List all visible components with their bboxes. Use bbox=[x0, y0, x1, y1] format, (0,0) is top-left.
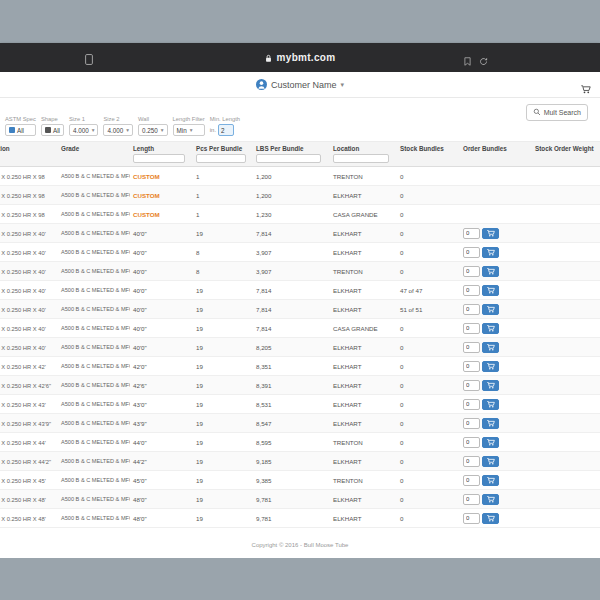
grade-cell: A500 B & C MELTED & MFG USA bbox=[58, 439, 130, 445]
address-bar[interactable]: mybmt.com bbox=[265, 49, 336, 67]
pcs-column-filter-input[interactable] bbox=[196, 154, 246, 163]
avatar-icon bbox=[256, 76, 267, 94]
order-qty-input[interactable] bbox=[463, 304, 480, 315]
order-qty-input[interactable] bbox=[463, 228, 480, 239]
length-cell: 44'2" bbox=[130, 458, 193, 465]
pcs-per-bundle-cell: 19 bbox=[193, 477, 253, 484]
order-bundles-cell bbox=[460, 304, 532, 315]
order-qty-input[interactable] bbox=[463, 399, 480, 410]
astm-spec-button[interactable]: All bbox=[5, 124, 36, 136]
order-qty-input[interactable] bbox=[463, 266, 480, 277]
add-to-cart-button[interactable] bbox=[482, 323, 499, 334]
order-bundles-cell bbox=[460, 285, 532, 296]
order-qty-input[interactable] bbox=[463, 285, 480, 296]
order-qty-input[interactable] bbox=[463, 456, 480, 467]
location-column-filter-input[interactable] bbox=[333, 154, 389, 163]
order-bundles-cell bbox=[460, 228, 532, 239]
lbs-per-bundle-cell: 9,385 bbox=[253, 477, 330, 484]
add-to-cart-button[interactable] bbox=[482, 342, 499, 353]
length-filter-select[interactable]: Min▾ bbox=[173, 124, 205, 136]
stock-bundles-cell: 0 bbox=[397, 268, 460, 275]
add-to-cart-button[interactable] bbox=[482, 228, 499, 239]
mult-search-button[interactable]: Mult Search bbox=[526, 104, 588, 121]
lbs-per-bundle-cell: 3,907 bbox=[253, 249, 330, 256]
add-to-cart-button[interactable] bbox=[482, 399, 499, 410]
length-cell: 48'0" bbox=[130, 496, 193, 503]
description-cell: HSS 4.000 X 4.000 X 0.250 HR X 48' bbox=[0, 496, 58, 503]
add-to-cart-button[interactable] bbox=[482, 437, 499, 448]
wall-select[interactable]: 0.250▾ bbox=[138, 124, 168, 136]
order-bundles-cell bbox=[460, 266, 532, 277]
col-order-bundles: Order Bundles bbox=[460, 142, 532, 166]
tablet-icon[interactable] bbox=[85, 51, 93, 69]
add-to-cart-button[interactable] bbox=[482, 380, 499, 391]
description-cell: HSS 4.000 X 4.000 X 0.250 HR X 40' bbox=[0, 287, 58, 294]
add-to-cart-button[interactable] bbox=[482, 418, 499, 429]
order-qty-input[interactable] bbox=[463, 437, 480, 448]
stock-bundles-cell: 0 bbox=[397, 344, 460, 351]
add-to-cart-button[interactable] bbox=[482, 247, 499, 258]
add-to-cart-button[interactable] bbox=[482, 266, 499, 277]
length-cell: 48'0" bbox=[130, 515, 193, 522]
cart-icon[interactable] bbox=[581, 80, 591, 98]
stock-bundles-cell: 47 of 47 bbox=[397, 287, 460, 294]
add-to-cart-button[interactable] bbox=[482, 285, 499, 296]
order-qty-input[interactable] bbox=[463, 380, 480, 391]
copyright-text: Copyright © 2016 - Bull Moose Tube bbox=[0, 542, 600, 548]
table-row: HSS 4.000 X 4.000 X 0.250 HR X 98 A500 B… bbox=[0, 186, 600, 205]
order-qty-input[interactable] bbox=[463, 342, 480, 353]
order-qty-input[interactable] bbox=[463, 475, 480, 486]
description-cell: HSS 4.000 X 4.000 X 0.250 HR X 42' bbox=[0, 363, 58, 370]
length-cell: 42'6" bbox=[130, 382, 193, 389]
grade-cell: A500 B & C MELTED & MFG USA bbox=[58, 268, 130, 274]
order-qty-input[interactable] bbox=[463, 513, 480, 524]
table-row: HSS 4.000 X 4.000 X 0.250 HR X 42'6" A50… bbox=[0, 376, 600, 395]
stock-bundles-cell: 0 bbox=[397, 515, 460, 522]
pcs-per-bundle-cell: 8 bbox=[193, 268, 253, 275]
table-row: HSS 4.000 X 4.000 X 0.250 HR X 40' A500 … bbox=[0, 262, 600, 281]
length-column-filter-input[interactable] bbox=[133, 154, 185, 163]
order-qty-input[interactable] bbox=[463, 494, 480, 505]
lbs-per-bundle-cell: 8,547 bbox=[253, 420, 330, 427]
description-cell: HSS 4.000 X 4.000 X 0.250 HR X 40' bbox=[0, 268, 58, 275]
size2-select[interactable]: 4.000▾ bbox=[103, 124, 133, 136]
description-cell: HSS 4.000 X 4.000 X 0.250 HR X 40' bbox=[0, 306, 58, 313]
add-to-cart-button[interactable] bbox=[482, 361, 499, 372]
stock-bundles-cell: 0 bbox=[397, 173, 460, 180]
spec-icon bbox=[9, 127, 15, 133]
stock-bundles-cell: 0 bbox=[397, 249, 460, 256]
lbs-column-filter-input[interactable] bbox=[256, 154, 321, 163]
stock-bundles-cell: 0 bbox=[397, 363, 460, 370]
grade-cell: A500 B & C MELTED & MFG USA bbox=[58, 477, 130, 483]
location-cell: TRENTON bbox=[330, 439, 397, 446]
order-qty-input[interactable] bbox=[463, 418, 480, 429]
bookmark-icon[interactable] bbox=[463, 52, 472, 70]
add-to-cart-button[interactable] bbox=[482, 304, 499, 315]
min-length-input[interactable] bbox=[218, 124, 234, 136]
table-row: HSS 4.000 X 4.000 X 0.250 HR X 44'2" A50… bbox=[0, 452, 600, 471]
description-cell: HSS 4.000 X 4.000 X 0.250 HR X 44' bbox=[0, 439, 58, 446]
add-to-cart-button[interactable] bbox=[482, 456, 499, 467]
filter-shape: Shape All bbox=[41, 116, 64, 136]
refresh-icon[interactable] bbox=[479, 52, 488, 70]
customer-name-menu[interactable]: Customer Name bbox=[271, 80, 337, 90]
stock-bundles-cell: 0 bbox=[397, 192, 460, 199]
order-qty-input[interactable] bbox=[463, 361, 480, 372]
shape-button[interactable]: All bbox=[41, 124, 64, 136]
length-cell: 43'0" bbox=[130, 401, 193, 408]
lock-icon bbox=[265, 49, 272, 67]
order-qty-input[interactable] bbox=[463, 323, 480, 334]
order-qty-input[interactable] bbox=[463, 247, 480, 258]
grade-cell: A500 B & C MELTED & MFG USA bbox=[58, 420, 130, 426]
add-to-cart-button[interactable] bbox=[482, 513, 499, 524]
pcs-per-bundle-cell: 19 bbox=[193, 401, 253, 408]
add-to-cart-button[interactable] bbox=[482, 494, 499, 505]
grade-cell: A500 B & C MELTED & MFG USA bbox=[58, 515, 130, 521]
table-row: HSS 4.000 X 4.000 X 0.250 HR X 43'9" A50… bbox=[0, 414, 600, 433]
size1-select[interactable]: 4.000▾ bbox=[69, 124, 99, 136]
table-row: HSS 4.000 X 4.000 X 0.250 HR X 48' A500 … bbox=[0, 490, 600, 509]
table-row: HSS 4.000 X 4.000 X 0.250 HR X 43' A500 … bbox=[0, 395, 600, 414]
add-to-cart-button[interactable] bbox=[482, 475, 499, 486]
grade-cell: A500 B & C MELTED & MFG USA bbox=[58, 458, 130, 464]
pcs-per-bundle-cell: 19 bbox=[193, 382, 253, 389]
